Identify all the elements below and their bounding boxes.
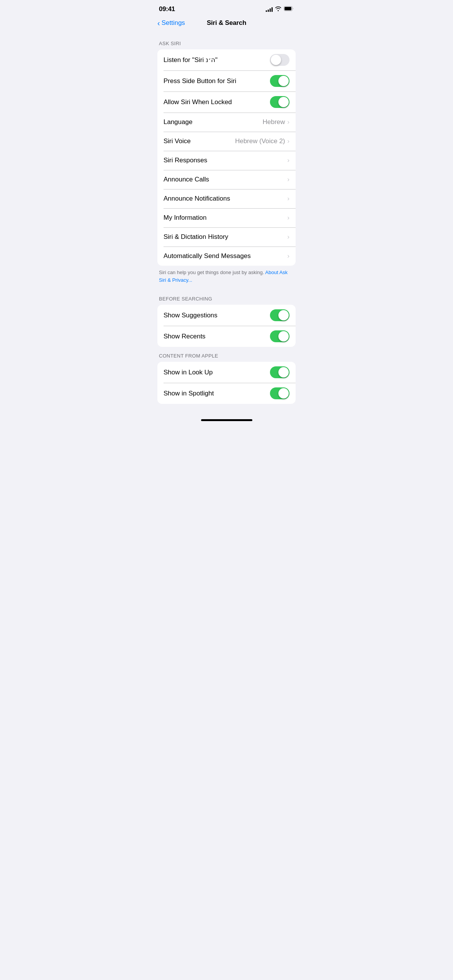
ask-siri-card: Listen for "Siri ה׳נ" Press Side Button … [157, 49, 296, 266]
siri-responses-row[interactable]: Siri Responses › [157, 151, 296, 170]
allow-locked-row[interactable]: Allow Siri When Locked [157, 91, 296, 113]
my-information-label: My Information [164, 214, 287, 222]
signal-icon [266, 7, 273, 12]
listen-siri-row[interactable]: Listen for "Siri ה׳נ" [157, 49, 296, 70]
content-from-apple-card: Show in Look Up Show in Spotlight [157, 362, 296, 404]
siri-responses-chevron-icon: › [287, 157, 289, 164]
announce-calls-chevron-icon: › [287, 176, 289, 183]
siri-responses-label: Siri Responses [164, 157, 287, 164]
show-spotlight-toggle[interactable] [270, 387, 289, 399]
siri-dictation-history-row[interactable]: Siri & Dictation History › [157, 227, 296, 247]
siri-dictation-label: Siri & Dictation History [164, 233, 287, 241]
auto-send-messages-row[interactable]: Automatically Send Messages › [157, 247, 296, 266]
before-searching-section-label: BEFORE SEARCHING [151, 290, 302, 305]
show-suggestions-label: Show Suggestions [164, 312, 270, 319]
allow-locked-toggle[interactable] [270, 96, 289, 108]
siri-voice-row[interactable]: Siri Voice Hebrew (Voice 2) › [157, 132, 296, 151]
show-spotlight-thumb [278, 388, 289, 399]
listen-siri-thumb [271, 55, 281, 65]
auto-send-chevron-icon: › [287, 252, 289, 260]
show-recents-toggle[interactable] [270, 330, 289, 342]
home-indicator [151, 416, 302, 423]
back-button[interactable]: ‹ Settings [157, 19, 185, 27]
show-recents-label: Show Recents [164, 333, 270, 340]
show-recents-thumb [278, 331, 289, 341]
show-look-up-row[interactable]: Show in Look Up [157, 362, 296, 383]
siri-voice-label: Siri Voice [164, 137, 235, 145]
press-side-thumb [278, 76, 289, 86]
home-indicator-bar [201, 419, 252, 421]
status-time: 09:41 [159, 5, 175, 13]
language-row[interactable]: Language Hebrew › [157, 113, 296, 132]
ask-siri-footer: Siri can help you get things done just b… [151, 266, 302, 290]
my-information-chevron-icon: › [287, 214, 289, 222]
announce-calls-label: Announce Calls [164, 176, 287, 183]
language-label: Language [164, 118, 263, 126]
press-side-label: Press Side Button for Siri [164, 77, 270, 85]
show-recents-row[interactable]: Show Recents [157, 326, 296, 347]
siri-dictation-chevron-icon: › [287, 233, 289, 241]
siri-voice-value: Hebrew (Voice 2) [235, 137, 285, 145]
announce-calls-row[interactable]: Announce Calls › [157, 170, 296, 189]
show-suggestions-row[interactable]: Show Suggestions [157, 305, 296, 326]
show-look-up-label: Show in Look Up [164, 369, 270, 376]
show-look-up-toggle[interactable] [270, 366, 289, 378]
wifi-icon [275, 6, 281, 13]
nav-bar: ‹ Settings Siri & Search [151, 16, 302, 31]
allow-locked-label: Allow Siri When Locked [164, 98, 270, 106]
page-title: Siri & Search [207, 19, 246, 27]
press-side-row[interactable]: Press Side Button for Siri [157, 70, 296, 91]
show-spotlight-row[interactable]: Show in Spotlight [157, 383, 296, 404]
siri-voice-chevron-icon: › [287, 137, 289, 145]
language-value: Hebrew [263, 118, 285, 126]
listen-siri-toggle[interactable] [270, 54, 289, 66]
status-icons [266, 6, 294, 13]
back-chevron-icon: ‹ [157, 19, 160, 27]
allow-locked-thumb [278, 97, 289, 107]
battery-icon [284, 6, 294, 13]
announce-notifications-row[interactable]: Announce Notifications › [157, 189, 296, 208]
content-from-apple-section-label: CONTENT FROM APPLE [151, 347, 302, 362]
show-suggestions-toggle[interactable] [270, 309, 289, 321]
auto-send-messages-label: Automatically Send Messages [164, 252, 287, 260]
announce-notifications-label: Announce Notifications [164, 195, 287, 203]
language-chevron-icon: › [287, 118, 289, 126]
before-searching-card: Show Suggestions Show Recents [157, 305, 296, 347]
announce-notifications-chevron-icon: › [287, 195, 289, 203]
back-label: Settings [162, 19, 185, 27]
svg-rect-1 [285, 7, 291, 10]
ask-siri-section-label: ASK SIRI [151, 34, 302, 49]
my-information-row[interactable]: My Information › [157, 208, 296, 227]
status-bar: 09:41 [151, 0, 302, 16]
show-suggestions-thumb [278, 310, 289, 320]
press-side-toggle[interactable] [270, 75, 289, 87]
listen-siri-label: Listen for "Siri ה׳נ" [164, 56, 270, 64]
show-spotlight-label: Show in Spotlight [164, 390, 270, 397]
show-look-up-thumb [278, 367, 289, 377]
